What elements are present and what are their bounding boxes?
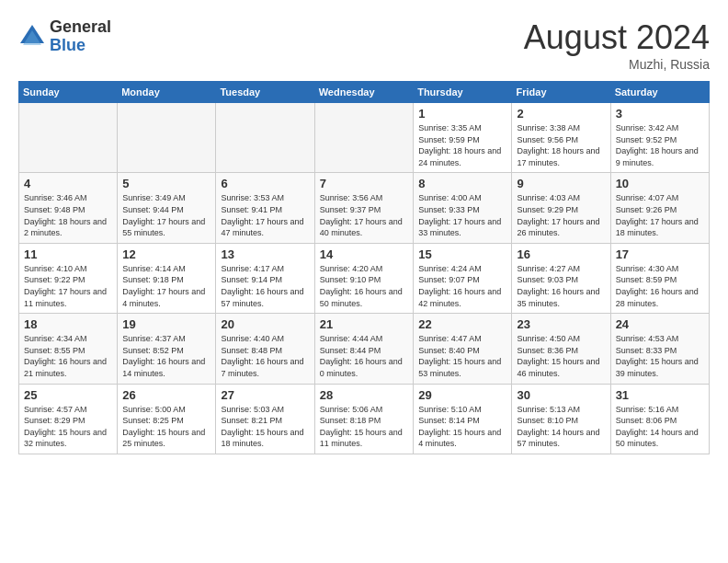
day-detail: Sunrise: 3:38 AM Sunset: 9:56 PM Dayligh… [517, 122, 605, 168]
calendar-day: 30Sunrise: 5:13 AM Sunset: 8:10 PM Dayli… [512, 384, 610, 454]
header-row: SundayMondayTuesdayWednesdayThursdayFrid… [19, 82, 710, 103]
logo-icon [18, 23, 46, 51]
day-detail: Sunrise: 5:00 AM Sunset: 8:25 PM Dayligh… [122, 404, 210, 450]
calendar-day: 5Sunrise: 3:49 AM Sunset: 9:44 PM Daylig… [118, 173, 216, 243]
calendar-day: 2Sunrise: 3:38 AM Sunset: 9:56 PM Daylig… [512, 103, 610, 173]
calendar-day: 20Sunrise: 4:40 AM Sunset: 8:48 PM Dayli… [216, 314, 314, 384]
calendar-day: 19Sunrise: 4:37 AM Sunset: 8:52 PM Dayli… [118, 314, 216, 384]
day-number: 28 [320, 388, 408, 402]
day-detail: Sunrise: 4:37 AM Sunset: 8:52 PM Dayligh… [122, 333, 210, 379]
calendar-day [314, 103, 413, 173]
day-number: 23 [517, 317, 605, 331]
calendar-day: 14Sunrise: 4:20 AM Sunset: 9:10 PM Dayli… [314, 243, 413, 313]
day-number: 24 [616, 317, 704, 331]
logo-blue: Blue [50, 37, 111, 55]
day-number: 19 [122, 317, 210, 331]
day-number: 21 [320, 317, 408, 331]
calendar-day: 26Sunrise: 5:00 AM Sunset: 8:25 PM Dayli… [118, 384, 216, 454]
calendar-day: 15Sunrise: 4:24 AM Sunset: 9:07 PM Dayli… [414, 243, 512, 313]
day-detail: Sunrise: 3:53 AM Sunset: 9:41 PM Dayligh… [221, 192, 309, 238]
day-detail: Sunrise: 4:57 AM Sunset: 8:29 PM Dayligh… [24, 404, 112, 450]
calendar-day: 7Sunrise: 3:56 AM Sunset: 9:37 PM Daylig… [314, 173, 413, 243]
day-detail: Sunrise: 5:03 AM Sunset: 8:21 PM Dayligh… [221, 404, 309, 450]
day-number: 15 [418, 247, 506, 261]
day-detail: Sunrise: 4:53 AM Sunset: 8:33 PM Dayligh… [616, 333, 704, 379]
day-number: 2 [517, 107, 605, 121]
calendar-day: 10Sunrise: 4:07 AM Sunset: 9:26 PM Dayli… [610, 173, 709, 243]
day-detail: Sunrise: 3:49 AM Sunset: 9:44 PM Dayligh… [122, 192, 210, 238]
day-detail: Sunrise: 4:24 AM Sunset: 9:07 PM Dayligh… [418, 263, 506, 309]
day-detail: Sunrise: 3:56 AM Sunset: 9:37 PM Dayligh… [320, 192, 408, 238]
calendar-day: 13Sunrise: 4:17 AM Sunset: 9:14 PM Dayli… [216, 243, 314, 313]
day-header-friday: Friday [512, 82, 610, 103]
logo: General Blue [18, 18, 111, 55]
day-number: 17 [616, 247, 704, 261]
day-detail: Sunrise: 4:47 AM Sunset: 8:40 PM Dayligh… [418, 333, 506, 379]
day-detail: Sunrise: 4:00 AM Sunset: 9:33 PM Dayligh… [418, 192, 506, 238]
calendar-week: 18Sunrise: 4:34 AM Sunset: 8:55 PM Dayli… [19, 314, 710, 384]
calendar-day: 11Sunrise: 4:10 AM Sunset: 9:22 PM Dayli… [19, 243, 118, 313]
page-header: General Blue August 2024 Muzhi, Russia [18, 18, 710, 72]
day-detail: Sunrise: 3:46 AM Sunset: 9:48 PM Dayligh… [24, 192, 112, 238]
calendar-day [19, 103, 118, 173]
day-number: 11 [24, 247, 112, 261]
day-detail: Sunrise: 4:20 AM Sunset: 9:10 PM Dayligh… [320, 263, 408, 309]
day-detail: Sunrise: 3:42 AM Sunset: 9:52 PM Dayligh… [616, 122, 704, 168]
day-number: 29 [418, 388, 506, 402]
day-header-sunday: Sunday [19, 82, 118, 103]
calendar-day: 25Sunrise: 4:57 AM Sunset: 8:29 PM Dayli… [19, 384, 118, 454]
day-number: 13 [221, 247, 309, 261]
day-number: 7 [320, 177, 408, 190]
calendar-day: 6Sunrise: 3:53 AM Sunset: 9:41 PM Daylig… [216, 173, 314, 243]
day-detail: Sunrise: 4:44 AM Sunset: 8:44 PM Dayligh… [320, 333, 408, 379]
day-number: 6 [221, 177, 309, 190]
day-number: 22 [418, 317, 506, 331]
calendar-day: 21Sunrise: 4:44 AM Sunset: 8:44 PM Dayli… [314, 314, 413, 384]
day-detail: Sunrise: 4:10 AM Sunset: 9:22 PM Dayligh… [24, 263, 112, 309]
day-header-thursday: Thursday [414, 82, 512, 103]
calendar-day: 29Sunrise: 5:10 AM Sunset: 8:14 PM Dayli… [414, 384, 512, 454]
day-detail: Sunrise: 3:35 AM Sunset: 9:59 PM Dayligh… [418, 122, 506, 168]
day-detail: Sunrise: 4:34 AM Sunset: 8:55 PM Dayligh… [24, 333, 112, 379]
day-number: 25 [24, 388, 112, 402]
day-number: 31 [616, 388, 704, 402]
calendar-day: 27Sunrise: 5:03 AM Sunset: 8:21 PM Dayli… [216, 384, 314, 454]
day-number: 16 [517, 247, 605, 261]
calendar-day: 4Sunrise: 3:46 AM Sunset: 9:48 PM Daylig… [19, 173, 118, 243]
day-detail: Sunrise: 4:07 AM Sunset: 9:26 PM Dayligh… [616, 192, 704, 238]
day-number: 18 [24, 317, 112, 331]
calendar-week: 25Sunrise: 4:57 AM Sunset: 8:29 PM Dayli… [19, 384, 710, 454]
day-detail: Sunrise: 4:03 AM Sunset: 9:29 PM Dayligh… [517, 192, 605, 238]
calendar-day: 28Sunrise: 5:06 AM Sunset: 8:18 PM Dayli… [314, 384, 413, 454]
day-header-tuesday: Tuesday [216, 82, 314, 103]
day-number: 3 [616, 107, 704, 121]
day-header-wednesday: Wednesday [314, 82, 413, 103]
day-detail: Sunrise: 4:27 AM Sunset: 9:03 PM Dayligh… [517, 263, 605, 309]
day-number: 14 [320, 247, 408, 261]
title-block: August 2024 Muzhi, Russia [524, 18, 710, 72]
calendar-table: SundayMondayTuesdayWednesdayThursdayFrid… [18, 81, 710, 454]
month-title: August 2024 [524, 18, 710, 57]
day-detail: Sunrise: 5:10 AM Sunset: 8:14 PM Dayligh… [418, 404, 506, 450]
day-number: 30 [517, 388, 605, 402]
calendar-day: 8Sunrise: 4:00 AM Sunset: 9:33 PM Daylig… [414, 173, 512, 243]
day-detail: Sunrise: 4:40 AM Sunset: 8:48 PM Dayligh… [221, 333, 309, 379]
calendar-day: 17Sunrise: 4:30 AM Sunset: 8:59 PM Dayli… [610, 243, 709, 313]
calendar-day: 18Sunrise: 4:34 AM Sunset: 8:55 PM Dayli… [19, 314, 118, 384]
calendar-week: 4Sunrise: 3:46 AM Sunset: 9:48 PM Daylig… [19, 173, 710, 243]
day-number: 9 [517, 177, 605, 190]
calendar-day: 23Sunrise: 4:50 AM Sunset: 8:36 PM Dayli… [512, 314, 610, 384]
calendar-day: 22Sunrise: 4:47 AM Sunset: 8:40 PM Dayli… [414, 314, 512, 384]
day-detail: Sunrise: 4:30 AM Sunset: 8:59 PM Dayligh… [616, 263, 704, 309]
logo-text: General Blue [50, 18, 111, 55]
day-number: 4 [24, 177, 112, 190]
day-number: 20 [221, 317, 309, 331]
calendar-day: 1Sunrise: 3:35 AM Sunset: 9:59 PM Daylig… [414, 103, 512, 173]
day-number: 26 [122, 388, 210, 402]
day-number: 12 [122, 247, 210, 261]
location: Muzhi, Russia [524, 57, 710, 72]
day-detail: Sunrise: 5:13 AM Sunset: 8:10 PM Dayligh… [517, 404, 605, 450]
calendar-week: 1Sunrise: 3:35 AM Sunset: 9:59 PM Daylig… [19, 103, 710, 173]
day-header-monday: Monday [118, 82, 216, 103]
logo-general: General [50, 18, 111, 37]
